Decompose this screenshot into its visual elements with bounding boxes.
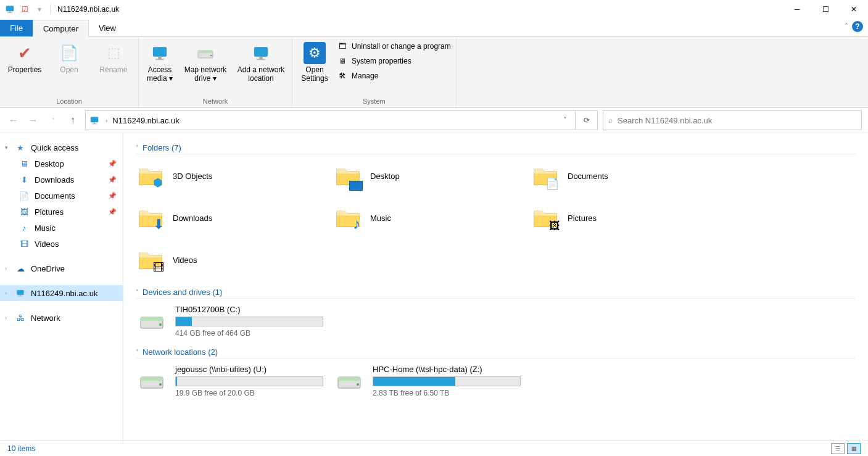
nav-videos[interactable]: 🎞 Videos [0, 236, 123, 252]
up-button[interactable]: ↑ [65, 113, 80, 128]
folder-icon: ♪ [333, 203, 363, 233]
qat-properties-icon[interactable]: ☑ [19, 3, 31, 15]
add-network-location-button[interactable]: Add a network location [235, 39, 287, 83]
folder-icon: 🎞 [136, 245, 165, 275]
pin-icon: 📌 [108, 176, 117, 184]
nav-pictures[interactable]: 🖼 Pictures 📌 [0, 204, 123, 220]
refresh-button[interactable]: ⟳ [576, 110, 598, 130]
recent-locations-button[interactable]: ˅ [46, 113, 60, 128]
ribbon-group-location: ✔ Properties 📄 Open ⬚ Rename Location [0, 37, 139, 107]
title-bar: ☑ ▾ N116249.nbi.ac.uk ─ ☐ ✕ [0, 0, 868, 19]
sysprops-icon: 🖥 [337, 56, 348, 67]
pin-icon: 📌 [108, 208, 117, 216]
content-area: ˅ Folders (7) ⬢ 3D Objects Desktop 📄 Doc… [123, 133, 868, 445]
chevron-icon[interactable]: › [5, 290, 7, 296]
search-input[interactable] [618, 116, 856, 125]
ribbon-group-network: Access media ▾ Map network drive ▾ Add a… [139, 37, 292, 107]
minimize-button[interactable]: ─ [783, 0, 811, 19]
uninstall-icon: 🗔 [337, 41, 348, 52]
videos-icon: 🎞 [19, 238, 30, 249]
breadcrumb[interactable]: N116249.nbi.ac.uk [110, 116, 181, 125]
forward-button[interactable]: → [26, 113, 41, 128]
nav-music[interactable]: ♪ Music [0, 220, 123, 236]
folder-icon: ⬇ [136, 203, 165, 233]
folder-videos[interactable]: 🎞 Videos [136, 244, 333, 275]
group-label-system: System [297, 96, 451, 106]
open-icon: 📄 [58, 42, 80, 64]
folder-3d-objects[interactable]: ⬢ 3D Objects [136, 160, 333, 191]
network-drive-icon [136, 365, 168, 397]
tab-file[interactable]: File [0, 20, 33, 36]
access-media-button[interactable]: Access media ▾ [144, 39, 176, 83]
chevron-down-icon[interactable]: ˅ [136, 144, 139, 151]
chevron-right-icon[interactable]: › [103, 117, 110, 124]
settings-icon: ⚙ [304, 42, 326, 64]
open-settings-button[interactable]: ⚙ Open Settings [297, 39, 332, 83]
network-drive-icon [333, 365, 365, 397]
folder-downloads[interactable]: ⬇ Downloads [136, 202, 333, 233]
desktop-icon: 🖥 [19, 158, 30, 169]
folder-icon: ⬢ [136, 161, 165, 191]
network-drive-z[interactable]: HPC-Home (\\tsl-hpc-data) (Z:) 2.83 TB f… [333, 365, 531, 397]
properties-button[interactable]: ✔ Properties [5, 39, 44, 74]
pin-icon: 📌 [108, 160, 117, 168]
system-properties-button[interactable]: 🖥 System properties [337, 56, 451, 67]
downloads-icon: ⬇ [19, 174, 30, 185]
nav-desktop[interactable]: 🖥 Desktop 📌 [0, 155, 123, 172]
rename-button[interactable]: ⬚ Rename [94, 39, 133, 74]
pictures-icon: 🖼 [19, 206, 30, 217]
view-large-icons-button[interactable]: ▦ [847, 443, 861, 454]
view-details-button[interactable]: ☰ [831, 443, 845, 454]
pin-icon: 📌 [108, 192, 117, 200]
qat-new-folder-icon[interactable]: ▾ [33, 3, 46, 15]
folder-icon [333, 161, 363, 191]
uninstall-program-button[interactable]: 🗔 Uninstall or change a program [337, 41, 451, 52]
search-bar[interactable]: ⌕ [603, 110, 862, 130]
navigation-pane: ▾ ★ Quick access 🖥 Desktop 📌 ⬇ Downloads… [0, 133, 123, 445]
chevron-down-icon[interactable]: ˅ [136, 289, 139, 296]
collapse-ribbon-icon[interactable]: ˄ [845, 22, 848, 31]
nav-quick-access[interactable]: ▾ ★ Quick access [0, 139, 123, 155]
section-header-netloc[interactable]: ˅ Network locations (2) [136, 347, 856, 359]
manage-button[interactable]: 🛠 Manage [337, 70, 451, 81]
window-title: N116249.nbi.ac.uk [57, 5, 119, 14]
close-button[interactable]: ✕ [840, 0, 868, 19]
section-header-folders[interactable]: ˅ Folders (7) [136, 143, 856, 154]
address-bar[interactable]: › N116249.nbi.ac.uk ˅ [85, 110, 576, 130]
maximize-button[interactable]: ☐ [811, 0, 840, 19]
help-icon[interactable]: ? [852, 21, 863, 32]
chevron-icon[interactable]: › [5, 265, 7, 272]
chevron-icon[interactable]: ▾ [5, 144, 8, 151]
ribbon-tabs: File Computer View ˄ ? [0, 19, 868, 37]
map-network-drive-button[interactable]: Map network drive ▾ [181, 39, 230, 83]
this-pc-icon [15, 288, 26, 299]
access-media-icon [149, 42, 171, 64]
status-item-count: 10 items [7, 444, 35, 453]
open-button[interactable]: 📄 Open [49, 39, 89, 74]
tab-computer[interactable]: Computer [33, 20, 89, 37]
drive-c-usage-bar [175, 317, 323, 326]
folder-music[interactable]: ♪ Music [333, 202, 531, 233]
rename-icon: ⬚ [102, 42, 125, 64]
drive-c[interactable]: TIH0512700B (C:) 414 GB free of 464 GB [136, 305, 333, 338]
tab-view[interactable]: View [89, 20, 126, 36]
nav-documents[interactable]: 📄 Documents 📌 [0, 188, 123, 204]
section-header-drives[interactable]: ˅ Devices and drives (1) [136, 288, 856, 299]
music-icon: ♪ [19, 222, 30, 233]
nav-this-pc[interactable]: › N116249.nbi.ac.uk [0, 285, 123, 301]
chevron-down-icon[interactable]: ˅ [136, 349, 139, 355]
folder-pictures[interactable]: 🖼 Pictures [531, 202, 728, 233]
network-drive-u[interactable]: jegoussc (\\nbi-ufiles) (U:) 19.9 GB fre… [136, 365, 333, 397]
nav-downloads[interactable]: ⬇ Downloads 📌 [0, 172, 123, 188]
quick-access-icon: ★ [15, 142, 26, 153]
folder-documents[interactable]: 📄 Documents [531, 160, 728, 191]
add-location-icon [250, 42, 272, 64]
address-dropdown-button[interactable]: ˅ [558, 110, 572, 130]
chevron-icon[interactable]: › [5, 315, 7, 321]
nav-network[interactable]: › 🖧 Network [0, 310, 123, 326]
folder-desktop[interactable]: Desktop [333, 160, 531, 191]
back-button[interactable]: ← [6, 113, 21, 128]
properties-icon: ✔ [14, 42, 36, 64]
nav-onedrive[interactable]: › ☁ OneDrive [0, 260, 123, 276]
drive-icon [136, 305, 168, 337]
